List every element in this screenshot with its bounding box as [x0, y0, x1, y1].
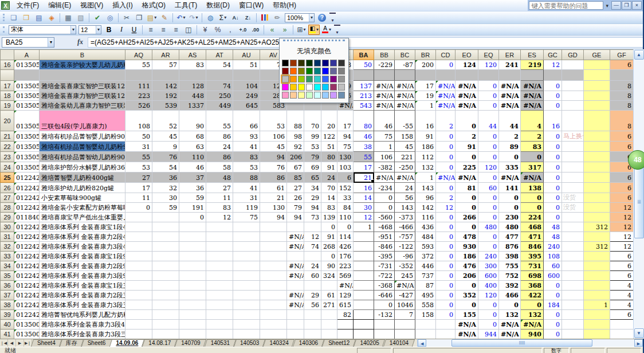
cell-BA27[interactable]: 14: [354, 193, 374, 203]
cell-GE18[interactable]: [584, 91, 610, 101]
cell-BB29[interactable]: -560: [374, 213, 395, 222]
column-header-AR[interactable]: AR: [152, 50, 179, 60]
decrease-indent-button[interactable]: «: [266, 25, 278, 35]
cell-GE16[interactable]: [584, 60, 610, 70]
cell-AY40[interactable]: [321, 320, 337, 330]
column-header-GC[interactable]: GC: [544, 50, 562, 60]
cell-AT36[interactable]: [206, 281, 233, 291]
cell-AU31[interactable]: [233, 232, 260, 242]
spelling-button[interactable]: ✔: [92, 13, 103, 23]
cell-CD24[interactable]: 0: [436, 162, 455, 172]
cell-AS33[interactable]: [179, 252, 206, 261]
cell-AS34[interactable]: [179, 261, 206, 271]
cell-A39[interactable]: 01224238: [14, 310, 40, 320]
row-header-31[interactable]: 31: [1, 232, 14, 242]
row-header-39[interactable]: 39: [1, 310, 14, 320]
cell-AT22[interactable]: 24: [206, 142, 233, 152]
cell-A21[interactable]: 01350530: [14, 131, 40, 142]
cell-BA24[interactable]: 17: [354, 162, 374, 172]
cell-BA34[interactable]: [354, 261, 374, 271]
cell-BC34[interactable]: -352: [395, 261, 415, 271]
cell-EO37[interactable]: 352: [455, 291, 478, 300]
cell-AS16[interactable]: 83: [179, 60, 206, 70]
cell-BR17[interactable]: 17: [415, 81, 436, 91]
cell-AQ38[interactable]: [125, 300, 152, 310]
column-header-CD[interactable]: CD: [436, 50, 455, 60]
cell-A20[interactable]: 01350533: [14, 111, 40, 131]
dropdown-arrow-icon[interactable]: ▾: [224, 15, 226, 20]
cell-ES19[interactable]: #N/A: [521, 101, 544, 111]
horizontal-scroll-track[interactable]: ⦀⦀⦀: [426, 339, 634, 347]
zoom-combo[interactable]: 100%▾: [285, 13, 315, 22]
cell-GF-spacer[interactable]: [610, 70, 634, 81]
cell-AY25[interactable]: 24: [321, 172, 337, 183]
color-swatch-FF6600[interactable]: [290, 68, 297, 74]
cell-BR31[interactable]: 484: [415, 232, 436, 242]
color-swatch-CCFFCC[interactable]: [306, 92, 313, 99]
cell-AW37[interactable]: #N/A: [287, 291, 304, 300]
column-header-AT[interactable]: AT: [206, 50, 233, 60]
cell-BR21[interactable]: 91: [415, 131, 436, 142]
cell-BR25[interactable]: 1: [415, 172, 436, 183]
toolbar-options-icon[interactable]: ▾: [334, 25, 340, 35]
cell-AW36[interactable]: [287, 281, 304, 291]
toolbar-grip[interactable]: [3, 14, 6, 21]
undo-button[interactable]: ↶▾: [175, 13, 187, 23]
cell-AT34[interactable]: [206, 261, 233, 271]
cell-A28[interactable]: 01224228: [14, 203, 40, 213]
cell-AQ-spacer[interactable]: [125, 70, 152, 81]
column-header-GE[interactable]: GE: [584, 50, 610, 60]
cell-GC19[interactable]: 0: [544, 101, 562, 111]
color-swatch-008000[interactable]: [306, 68, 313, 74]
color-swatch-969696[interactable]: [338, 76, 345, 83]
cell-CD31[interactable]: 0: [436, 232, 455, 242]
cell-ER32[interactable]: 876: [499, 242, 521, 252]
tab-scroll-icon-0[interactable]: ❘◀: [0, 339, 8, 347]
row-header-32[interactable]: 32: [1, 242, 14, 252]
cell-ES16[interactable]: 219: [521, 60, 544, 70]
cell-AX31[interactable]: 12: [304, 232, 321, 242]
cell-BR23[interactable]: 112: [415, 152, 436, 162]
cell-GF21[interactable]: 6: [610, 131, 634, 142]
cell-EO27[interactable]: 0: [455, 193, 478, 203]
cell-GC29[interactable]: 0: [544, 213, 562, 222]
format-painter-button[interactable]: ✎: [159, 13, 170, 23]
cell-ER20[interactable]: 44: [499, 111, 521, 131]
cell-AZ35[interactable]: 569: [337, 271, 354, 281]
borders-button[interactable]: ⊞▾: [296, 25, 307, 35]
scroll-right-icon[interactable]: ▶: [634, 339, 643, 347]
cell-AR24[interactable]: 54: [152, 162, 179, 172]
dropdown-drag-handle[interactable]: [283, 40, 345, 44]
cell-BR38[interactable]: 558: [415, 300, 436, 310]
cell-AT24[interactable]: 58: [206, 162, 233, 172]
cell-GE21[interactable]: [584, 131, 610, 142]
sheet-tab-Sheet12[interactable]: Sheet12: [323, 339, 355, 347]
cell-AU32[interactable]: [233, 242, 260, 252]
cell-BB19[interactable]: #N/A: [374, 101, 395, 111]
cell-BC36[interactable]: #N/A: [395, 281, 415, 291]
row-header-33[interactable]: 33: [1, 252, 14, 261]
cell-BB32[interactable]: -846: [374, 242, 395, 252]
cell-AR23[interactable]: 76: [152, 152, 179, 162]
cell-AZ39[interactable]: 82: [337, 310, 354, 320]
color-swatch-333300[interactable]: [298, 60, 305, 66]
cell-AZ27[interactable]: 33: [337, 193, 354, 203]
cell-BB38[interactable]: 0: [374, 300, 395, 310]
cell-EQ22[interactable]: 0: [478, 142, 499, 152]
drawing-button[interactable]: ✏: [272, 13, 283, 23]
cell-AW29[interactable]: 94: [287, 213, 304, 222]
align-center-button[interactable]: ≡: [158, 25, 169, 35]
cell-B34[interactable]: 雅培亲体系列 金装喜康力2段900g: [40, 261, 125, 271]
cell-GC17[interactable]: 0: [544, 81, 562, 91]
cell-AR25[interactable]: 36: [152, 172, 179, 183]
name-box-dropdown-icon[interactable]: ▾: [48, 38, 54, 47]
cell-BR22[interactable]: 186: [415, 142, 436, 152]
cell-ES25[interactable]: #N/A: [521, 172, 544, 183]
cell-BC27[interactable]: 56: [395, 193, 415, 203]
color-swatch-666699[interactable]: [330, 68, 337, 74]
cell-AR31[interactable]: [152, 232, 179, 242]
color-swatch-FF9900[interactable]: [290, 76, 297, 83]
cell-GC27[interactable]: 0: [544, 193, 562, 203]
cell-AT-spacer[interactable]: [206, 70, 233, 81]
cell-AX33[interactable]: [304, 252, 321, 261]
